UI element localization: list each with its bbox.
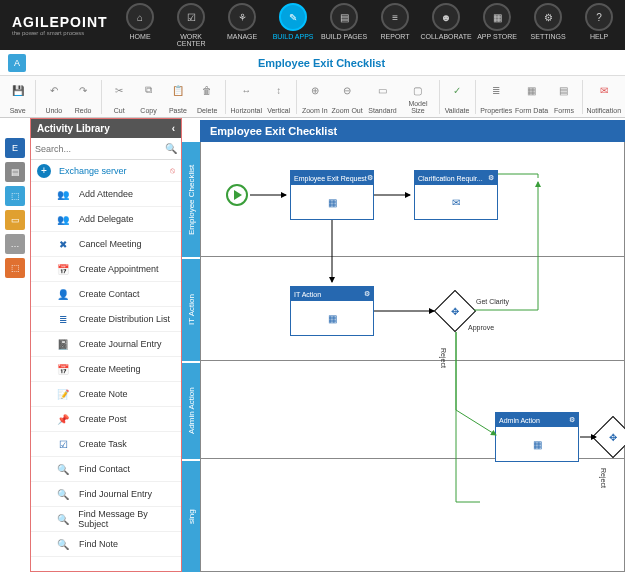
activity-item[interactable]: 🔍Find Contact: [31, 457, 181, 482]
save-icon: 💾: [8, 80, 28, 100]
horizontal-button[interactable]: ↔Horizontal: [230, 78, 263, 116]
activity-box[interactable]: IT Action⚙ ▦: [290, 286, 374, 336]
category-row[interactable]: + Exchange server ⦸: [31, 160, 181, 182]
gear-icon[interactable]: ⚙: [367, 174, 373, 182]
nav-collaborate[interactable]: ☻COLLABORATE: [422, 3, 471, 47]
paste-icon: 📋: [168, 80, 188, 100]
vertical-button[interactable]: ↕Vertical: [265, 78, 292, 116]
cut-button[interactable]: ✂Cut: [106, 78, 133, 116]
rail-a1[interactable]: E: [5, 138, 25, 158]
nav-report[interactable]: ≡REPORT: [371, 3, 420, 47]
activity-item[interactable]: ≣Create Distribution List: [31, 307, 181, 332]
gear-icon[interactable]: ⚙: [488, 174, 494, 182]
search-row: 🔍: [31, 138, 181, 160]
activity-item[interactable]: 👥Add Delegate: [31, 207, 181, 232]
swimlane-body[interactable]: [200, 142, 625, 257]
activity-icon: ≣: [55, 311, 71, 327]
forms-icon: ▤: [554, 80, 574, 100]
app-type-icon[interactable]: A: [8, 54, 26, 72]
activity-item[interactable]: ☑Create Task: [31, 432, 181, 457]
rail-a3[interactable]: ⬚: [5, 186, 25, 206]
formdata-button[interactable]: ▦Form Data: [515, 78, 548, 116]
rail-a5[interactable]: …: [5, 234, 25, 254]
nav-buildapps[interactable]: ✎BUILD APPS: [269, 3, 318, 47]
activity-item[interactable]: 📅Create Appointment: [31, 257, 181, 282]
activity-item[interactable]: ✖Cancel Meeting: [31, 232, 181, 257]
form-icon: ▦: [291, 185, 373, 220]
activity-item[interactable]: 👥Add Attendee: [31, 182, 181, 207]
modelsize-button[interactable]: ▢Model Size: [401, 78, 434, 116]
search-input[interactable]: [35, 144, 165, 154]
standard-button[interactable]: ▭Standard: [366, 78, 399, 116]
edge-label: Reject: [600, 468, 607, 488]
swimlane-label[interactable]: Employee Checklist: [182, 142, 200, 257]
activity-item[interactable]: 👤Create Contact: [31, 282, 181, 307]
toolbar: 💾Save↶Undo↷Redo✂Cut⧉Copy📋Paste🗑Delete↔Ho…: [0, 76, 625, 118]
activity-item[interactable]: 📌Create Post: [31, 407, 181, 432]
gear-icon[interactable]: ⚙: [569, 416, 575, 424]
swimlane-body[interactable]: [200, 257, 625, 361]
activity-item[interactable]: 🔍Find Message By Subject: [31, 507, 181, 532]
nav-help[interactable]: ?HELP: [575, 3, 624, 47]
notification-icon: ✉: [594, 80, 614, 100]
validate-button[interactable]: ✓Validate: [443, 78, 470, 116]
forms-button[interactable]: ▤Forms: [550, 78, 577, 116]
home-icon: ⌂: [126, 3, 154, 31]
report-icon: ≡: [381, 3, 409, 31]
left-icon-rail: E▤⬚▭…⬚: [0, 118, 30, 572]
rail-a2[interactable]: ▤: [5, 162, 25, 182]
add-icon[interactable]: +: [37, 164, 51, 178]
redo-icon: ↷: [73, 80, 93, 100]
paste-button[interactable]: 📋Paste: [164, 78, 191, 116]
swimlane-label[interactable]: IT Action: [182, 259, 200, 361]
mail-icon: ✉: [415, 185, 497, 220]
copy-button[interactable]: ⧉Copy: [135, 78, 162, 116]
notification-button[interactable]: ✉Notification: [586, 78, 621, 116]
collapse-icon[interactable]: ‹: [172, 123, 175, 134]
activity-item[interactable]: 📝Create Note: [31, 382, 181, 407]
swimlane-body[interactable]: [200, 459, 625, 572]
undo-button[interactable]: ↶Undo: [40, 78, 67, 116]
activity-box[interactable]: Employee Exit Request⚙ ▦: [290, 170, 374, 220]
vertical-icon: ↕: [269, 80, 289, 100]
swimlane-label[interactable]: Admin Action: [182, 363, 200, 459]
activity-library-header[interactable]: Activity Library ‹: [31, 119, 181, 138]
activity-item[interactable]: 📓Create Journal Entry: [31, 332, 181, 357]
activity-item[interactable]: 🔍Find Journal Entry: [31, 482, 181, 507]
activity-icon: 📅: [55, 261, 71, 277]
activity-icon: 👤: [55, 286, 71, 302]
main-area: E▤⬚▭…⬚ Activity Library ‹ 🔍 + Exchange s…: [0, 118, 625, 572]
search-icon[interactable]: 🔍: [165, 143, 177, 154]
process-title-bar: Employee Exit Checklist: [200, 120, 625, 142]
zoomin-button[interactable]: ⊕Zoom In: [301, 78, 328, 116]
swimlane-label[interactable]: sing: [182, 461, 200, 572]
delete-button[interactable]: 🗑Delete: [194, 78, 221, 116]
zoomout-icon: ⊖: [337, 80, 357, 100]
nav-workcenter[interactable]: ☑WORK CENTER: [167, 3, 216, 47]
validate-icon: ✓: [447, 80, 467, 100]
redo-button[interactable]: ↷Redo: [69, 78, 96, 116]
appstore-icon: ▦: [483, 3, 511, 31]
nav-home[interactable]: ⌂HOME: [116, 3, 165, 47]
start-event[interactable]: [226, 184, 248, 206]
rail-a6[interactable]: ⬚: [5, 258, 25, 278]
activity-box[interactable]: Admin Action⚙ ▦: [495, 412, 579, 462]
nav-buildpages[interactable]: ▤BUILD PAGES: [320, 3, 369, 47]
activity-item[interactable]: 🔍Find Note: [31, 532, 181, 557]
rail-a4[interactable]: ▭: [5, 210, 25, 230]
activity-box[interactable]: Clarification Requir...⚙ ✉: [414, 170, 498, 220]
zoomout-button[interactable]: ⊖Zoom Out: [330, 78, 363, 116]
nav-settings[interactable]: ⚙SETTINGS: [524, 3, 573, 47]
undo-icon: ↶: [44, 80, 64, 100]
formdata-icon: ▦: [522, 80, 542, 100]
gear-icon[interactable]: ⚙: [364, 290, 370, 298]
nav-manage[interactable]: ⚘MANAGE: [218, 3, 267, 47]
save-button[interactable]: 💾Save: [4, 78, 31, 116]
nav-appstore[interactable]: ▦APP STORE: [473, 3, 522, 47]
activity-item[interactable]: 📅Create Meeting: [31, 357, 181, 382]
properties-button[interactable]: ≣Properties: [480, 78, 513, 116]
workcenter-icon: ☑: [177, 3, 205, 31]
process-canvas[interactable]: Employee Exit Checklist Employee Checkli…: [182, 118, 625, 572]
clear-icon[interactable]: ⦸: [170, 166, 175, 176]
copy-icon: ⧉: [139, 80, 159, 100]
